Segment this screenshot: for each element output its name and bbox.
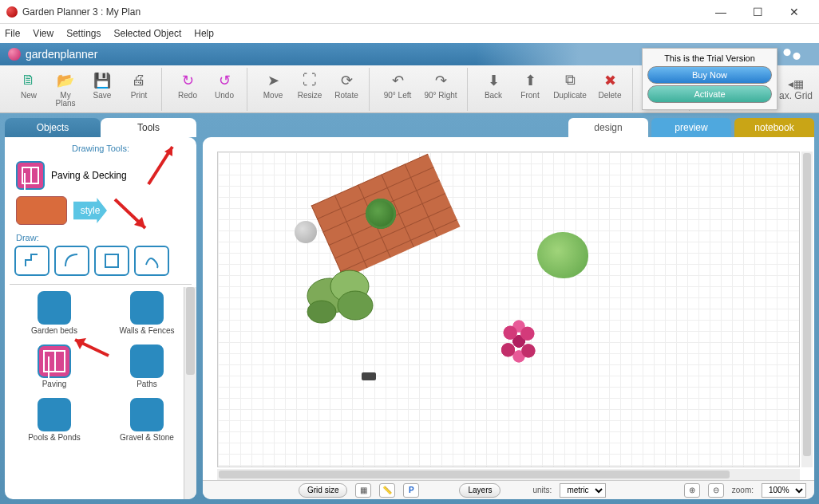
- svg-rect-0: [105, 254, 118, 267]
- drawing-tools-label: Drawing Tools:: [10, 144, 192, 153]
- zoom-select[interactable]: 100%: [762, 483, 806, 498]
- app-icon: [6, 6, 18, 18]
- shape-freeform[interactable]: [134, 246, 169, 276]
- p-icon[interactable]: P: [403, 483, 419, 498]
- category-grid: Garden beds Walls & Fences Paving Paths …: [10, 285, 192, 448]
- cat-paving[interactable]: Paving: [16, 345, 93, 388]
- menu-settings[interactable]: Settings: [66, 28, 101, 39]
- cat-garden-beds[interactable]: Garden beds: [16, 291, 93, 335]
- sidebar-scrollbar[interactable]: [184, 287, 196, 499]
- canvas-tree[interactable]: [298, 256, 386, 336]
- move-button[interactable]: ➤Move: [257, 68, 289, 108]
- rotate-left-button[interactable]: ↶90° Left: [379, 68, 416, 108]
- cat-walls-fences[interactable]: Walls & Fences: [109, 291, 185, 335]
- tab-design[interactable]: design: [568, 118, 648, 137]
- send-back-icon: ⬇: [484, 71, 503, 90]
- status-bar: Grid size ▦ 📏 P Layers units: metric ⊕ ⊖…: [203, 480, 814, 499]
- print-icon: 🖨: [129, 71, 148, 90]
- draw-label: Draw:: [16, 233, 192, 242]
- undo-icon: ↺: [215, 71, 234, 90]
- units-label: units:: [532, 486, 552, 494]
- myplans-button[interactable]: 📂My Plans: [49, 68, 81, 108]
- svg-point-3: [338, 291, 373, 320]
- tab-objects[interactable]: Objects: [5, 118, 101, 137]
- window-title: Garden Planner 3 : My Plan: [22, 6, 140, 18]
- canvas-gray-circle[interactable]: [295, 221, 317, 243]
- titlebar: Garden Planner 3 : My Plan — ☐ ✕: [0, 0, 819, 24]
- cursor-icon: ➤: [263, 71, 283, 90]
- brand-label: gardenplanner: [26, 48, 97, 61]
- left-sidebar: Objects Tools Drawing Tools: Paving & De…: [5, 118, 196, 499]
- tab-tools[interactable]: Tools: [101, 118, 196, 137]
- menu-selected-object[interactable]: Selected Object: [114, 28, 182, 39]
- bring-front-icon: ⬆: [520, 71, 540, 90]
- save-icon: 💾: [93, 71, 112, 90]
- cat-paths[interactable]: Paths: [109, 345, 185, 388]
- layers-button[interactable]: Layers: [459, 483, 500, 498]
- canvas-area: design preview notebook: [203, 118, 814, 499]
- rotate-icon: ⟳: [337, 71, 356, 90]
- front-button[interactable]: ⬆Front: [514, 68, 546, 108]
- canvas-shrub-on-paving[interactable]: [366, 199, 396, 229]
- brick-texture-swatch[interactable]: [16, 196, 67, 225]
- canvas-hscrollbar[interactable]: [217, 469, 800, 480]
- rotate-button[interactable]: ⟳Rotate: [330, 68, 362, 108]
- tab-preview[interactable]: preview: [651, 118, 731, 137]
- delete-button[interactable]: ✖Delete: [594, 68, 626, 108]
- canvas-vscrollbar[interactable]: [801, 152, 813, 467]
- max-grid-control[interactable]: ◂▦ ax. Grid: [779, 77, 813, 101]
- undo-button[interactable]: ↺Undo: [208, 68, 240, 108]
- style-button[interactable]: style: [73, 198, 107, 223]
- minimize-button[interactable]: —: [702, 0, 739, 24]
- resize-button[interactable]: ⛶Resize: [294, 68, 326, 108]
- units-select[interactable]: metric: [560, 483, 606, 498]
- tab-notebook[interactable]: notebook: [734, 118, 814, 137]
- tools-panel: Drawing Tools: Paving & Decking style Dr…: [5, 137, 196, 499]
- zoom-out-icon[interactable]: ⊖: [708, 483, 724, 498]
- canvas-flower[interactable]: [497, 320, 540, 363]
- resize-icon: ⛶: [300, 71, 319, 90]
- zoom-in-icon[interactable]: ⊕: [684, 483, 700, 498]
- delete-icon: ✖: [600, 71, 619, 90]
- shape-curve[interactable]: [54, 246, 89, 276]
- grid-size-button[interactable]: Grid size: [299, 483, 347, 498]
- grid-toggle-icon[interactable]: ▦: [355, 483, 371, 498]
- new-button[interactable]: 🗎New: [13, 68, 45, 108]
- rotate-left-icon: ↶: [388, 71, 407, 90]
- rotate-right-icon: ↷: [431, 71, 450, 90]
- folder-icon: 📂: [56, 71, 75, 90]
- menubar: File View Settings Selected Object Help: [0, 24, 819, 43]
- close-button[interactable]: ✕: [776, 0, 813, 24]
- svg-point-4: [307, 301, 336, 323]
- canvas-small-object[interactable]: [362, 372, 376, 380]
- menu-help[interactable]: Help: [194, 28, 214, 39]
- zoom-label: zoom:: [732, 486, 754, 494]
- shape-step[interactable]: [14, 246, 49, 276]
- menu-file[interactable]: File: [5, 28, 20, 39]
- ruler-icon[interactable]: 📏: [379, 483, 395, 498]
- buy-now-button[interactable]: Buy Now: [647, 66, 772, 84]
- save-button[interactable]: 💾Save: [86, 68, 118, 108]
- shape-rect[interactable]: [94, 246, 129, 276]
- redo-icon: ↻: [178, 71, 197, 90]
- cat-gravel-stone[interactable]: Gravel & Stone: [109, 398, 185, 442]
- print-button[interactable]: 🖨Print: [123, 68, 155, 108]
- duplicate-icon: ⧉: [560, 71, 580, 90]
- maximize-button[interactable]: ☐: [739, 0, 776, 24]
- design-canvas[interactable]: Grid size ▦ 📏 P Layers units: metric ⊕ ⊖…: [203, 137, 814, 499]
- grid[interactable]: [217, 152, 800, 467]
- trial-message: This is the Trial Version: [647, 53, 772, 63]
- cat-pools-ponds[interactable]: Pools & Ponds: [16, 398, 93, 442]
- activate-button[interactable]: Activate: [647, 85, 772, 103]
- menu-view[interactable]: View: [33, 28, 53, 39]
- duplicate-button[interactable]: ⧉Duplicate: [551, 68, 589, 108]
- trial-popup: This is the Trial Version Buy Now Activa…: [642, 48, 777, 110]
- rotate-right-button[interactable]: ↷90° Right: [421, 68, 461, 108]
- current-tool-label: Paving & Decking: [51, 170, 127, 181]
- back-button[interactable]: ⬇Back: [477, 68, 509, 108]
- new-icon: 🗎: [19, 71, 38, 90]
- brand-icon: [8, 48, 21, 61]
- canvas-shrub-right[interactable]: [537, 232, 588, 278]
- redo-button[interactable]: ↻Redo: [172, 68, 204, 108]
- paving-icon: [16, 161, 45, 190]
